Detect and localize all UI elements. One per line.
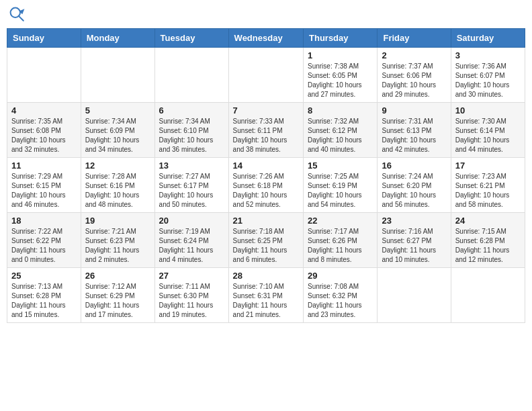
day-info: Sunrise: 7:10 AM Sunset: 6:31 PM Dayligh…	[233, 282, 299, 320]
calendar-cell	[451, 268, 525, 323]
day-number: 6	[159, 105, 224, 116]
calendar-cell: 26Sunrise: 7:12 AM Sunset: 6:29 PM Dayli…	[81, 268, 154, 323]
day-number: 26	[85, 271, 150, 281]
day-number: 4	[11, 105, 77, 116]
day-number: 22	[308, 216, 373, 226]
day-info: Sunrise: 7:16 AM Sunset: 6:27 PM Dayligh…	[382, 227, 446, 265]
day-info: Sunrise: 7:17 AM Sunset: 6:26 PM Dayligh…	[308, 227, 373, 265]
calendar-cell: 11Sunrise: 7:29 AM Sunset: 6:15 PM Dayli…	[7, 158, 81, 213]
day-number: 10	[455, 105, 521, 116]
calendar-cell	[154, 48, 228, 103]
day-info: Sunrise: 7:13 AM Sunset: 6:28 PM Dayligh…	[11, 282, 77, 320]
day-info: Sunrise: 7:15 AM Sunset: 6:28 PM Dayligh…	[455, 227, 521, 265]
calendar-cell: 1Sunrise: 7:38 AM Sunset: 6:05 PM Daylig…	[304, 48, 378, 103]
day-info: Sunrise: 7:21 AM Sunset: 6:23 PM Dayligh…	[85, 227, 150, 265]
calendar-cell: 17Sunrise: 7:23 AM Sunset: 6:21 PM Dayli…	[451, 158, 525, 213]
day-header-saturday: Saturday	[451, 29, 525, 48]
day-info: Sunrise: 7:18 AM Sunset: 6:25 PM Dayligh…	[233, 227, 299, 265]
day-number: 8	[308, 105, 373, 116]
calendar-cell: 12Sunrise: 7:28 AM Sunset: 6:16 PM Dayli…	[81, 158, 154, 213]
day-info: Sunrise: 7:11 AM Sunset: 6:30 PM Dayligh…	[159, 282, 224, 320]
calendar-week-5: 25Sunrise: 7:13 AM Sunset: 6:28 PM Dayli…	[7, 268, 525, 323]
svg-line-1	[19, 16, 24, 21]
day-number: 20	[159, 216, 224, 226]
calendar-cell: 29Sunrise: 7:08 AM Sunset: 6:32 PM Dayli…	[304, 268, 378, 323]
day-number: 1	[308, 50, 373, 60]
calendar-week-3: 11Sunrise: 7:29 AM Sunset: 6:15 PM Dayli…	[7, 158, 525, 213]
calendar-table: SundayMondayTuesdayWednesdayThursdayFrid…	[7, 28, 525, 323]
day-number: 29	[308, 271, 373, 281]
day-header-wednesday: Wednesday	[228, 29, 303, 48]
day-number: 21	[233, 216, 299, 226]
day-info: Sunrise: 7:24 AM Sunset: 6:20 PM Dayligh…	[382, 172, 446, 210]
day-number: 23	[382, 216, 446, 226]
calendar-cell: 19Sunrise: 7:21 AM Sunset: 6:23 PM Dayli…	[81, 213, 154, 268]
calendar-cell: 10Sunrise: 7:30 AM Sunset: 6:14 PM Dayli…	[451, 103, 525, 158]
day-number: 11	[11, 161, 77, 171]
calendar-cell: 5Sunrise: 7:34 AM Sunset: 6:09 PM Daylig…	[81, 103, 154, 158]
calendar-cell: 23Sunrise: 7:16 AM Sunset: 6:27 PM Dayli…	[378, 213, 451, 268]
day-header-thursday: Thursday	[304, 29, 378, 48]
day-info: Sunrise: 7:30 AM Sunset: 6:14 PM Dayligh…	[455, 117, 521, 154]
calendar-cell: 18Sunrise: 7:22 AM Sunset: 6:22 PM Dayli…	[7, 213, 81, 268]
day-header-friday: Friday	[378, 29, 451, 48]
calendar-cell: 28Sunrise: 7:10 AM Sunset: 6:31 PM Dayli…	[228, 268, 303, 323]
calendar-cell: 13Sunrise: 7:27 AM Sunset: 6:17 PM Dayli…	[154, 158, 228, 213]
calendar-cell: 25Sunrise: 7:13 AM Sunset: 6:28 PM Dayli…	[7, 268, 81, 323]
day-number: 5	[85, 105, 150, 116]
day-info: Sunrise: 7:34 AM Sunset: 6:10 PM Dayligh…	[159, 117, 224, 154]
day-info: Sunrise: 7:23 AM Sunset: 6:21 PM Dayligh…	[455, 172, 521, 210]
day-info: Sunrise: 7:08 AM Sunset: 6:32 PM Dayligh…	[308, 282, 373, 320]
day-number: 24	[455, 216, 521, 226]
day-number: 27	[159, 271, 224, 281]
calendar-header-row: SundayMondayTuesdayWednesdayThursdayFrid…	[7, 29, 525, 48]
calendar-cell: 3Sunrise: 7:36 AM Sunset: 6:07 PM Daylig…	[451, 48, 525, 103]
day-number: 3	[455, 50, 521, 60]
day-info: Sunrise: 7:12 AM Sunset: 6:29 PM Dayligh…	[85, 282, 150, 320]
day-info: Sunrise: 7:34 AM Sunset: 6:09 PM Dayligh…	[85, 117, 150, 154]
calendar-cell: 20Sunrise: 7:19 AM Sunset: 6:24 PM Dayli…	[154, 213, 228, 268]
calendar-cell: 27Sunrise: 7:11 AM Sunset: 6:30 PM Dayli…	[154, 268, 228, 323]
page-header	[7, 7, 525, 23]
day-info: Sunrise: 7:22 AM Sunset: 6:22 PM Dayligh…	[11, 227, 77, 265]
calendar-cell: 24Sunrise: 7:15 AM Sunset: 6:28 PM Dayli…	[451, 213, 525, 268]
calendar-cell	[228, 48, 303, 103]
calendar-cell: 22Sunrise: 7:17 AM Sunset: 6:26 PM Dayli…	[304, 213, 378, 268]
calendar-cell: 21Sunrise: 7:18 AM Sunset: 6:25 PM Dayli…	[228, 213, 303, 268]
day-info: Sunrise: 7:25 AM Sunset: 6:19 PM Dayligh…	[308, 172, 373, 210]
day-info: Sunrise: 7:36 AM Sunset: 6:07 PM Dayligh…	[455, 62, 521, 99]
day-number: 14	[233, 161, 299, 171]
calendar-cell: 14Sunrise: 7:26 AM Sunset: 6:18 PM Dayli…	[228, 158, 303, 213]
day-info: Sunrise: 7:35 AM Sunset: 6:08 PM Dayligh…	[11, 117, 77, 154]
calendar-cell	[7, 48, 81, 103]
day-number: 18	[11, 216, 77, 226]
day-number: 25	[11, 271, 77, 281]
day-info: Sunrise: 7:33 AM Sunset: 6:11 PM Dayligh…	[233, 117, 299, 154]
day-header-tuesday: Tuesday	[154, 29, 228, 48]
calendar-cell: 8Sunrise: 7:32 AM Sunset: 6:12 PM Daylig…	[304, 103, 378, 158]
calendar-cell: 15Sunrise: 7:25 AM Sunset: 6:19 PM Dayli…	[304, 158, 378, 213]
calendar-cell: 16Sunrise: 7:24 AM Sunset: 6:20 PM Dayli…	[378, 158, 451, 213]
calendar-cell: 9Sunrise: 7:31 AM Sunset: 6:13 PM Daylig…	[378, 103, 451, 158]
day-header-monday: Monday	[81, 29, 154, 48]
day-number: 19	[85, 216, 150, 226]
logo-icon	[9, 7, 26, 23]
logo	[9, 7, 27, 23]
day-number: 16	[382, 161, 446, 171]
day-info: Sunrise: 7:37 AM Sunset: 6:06 PM Dayligh…	[382, 62, 446, 99]
calendar-cell	[378, 268, 451, 323]
day-info: Sunrise: 7:27 AM Sunset: 6:17 PM Dayligh…	[159, 172, 224, 210]
day-info: Sunrise: 7:28 AM Sunset: 6:16 PM Dayligh…	[85, 172, 150, 210]
day-header-sunday: Sunday	[7, 29, 81, 48]
calendar-cell	[81, 48, 154, 103]
calendar-cell: 6Sunrise: 7:34 AM Sunset: 6:10 PM Daylig…	[154, 103, 228, 158]
day-info: Sunrise: 7:38 AM Sunset: 6:05 PM Dayligh…	[308, 62, 373, 99]
calendar-cell: 2Sunrise: 7:37 AM Sunset: 6:06 PM Daylig…	[378, 48, 451, 103]
calendar-week-2: 4Sunrise: 7:35 AM Sunset: 6:08 PM Daylig…	[7, 103, 525, 158]
calendar-week-1: 1Sunrise: 7:38 AM Sunset: 6:05 PM Daylig…	[7, 48, 525, 103]
calendar-week-4: 18Sunrise: 7:22 AM Sunset: 6:22 PM Dayli…	[7, 213, 525, 268]
day-number: 2	[382, 50, 446, 60]
day-info: Sunrise: 7:31 AM Sunset: 6:13 PM Dayligh…	[382, 117, 446, 154]
day-number: 13	[159, 161, 224, 171]
calendar-cell: 4Sunrise: 7:35 AM Sunset: 6:08 PM Daylig…	[7, 103, 81, 158]
